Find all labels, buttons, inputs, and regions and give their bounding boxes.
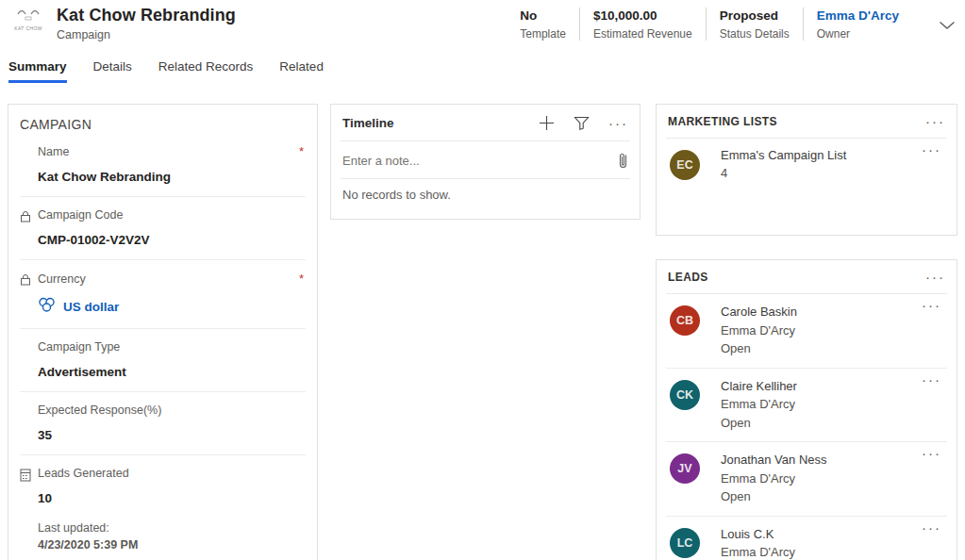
stat-template: No Template	[507, 8, 579, 41]
campaign-section-title: CAMPAIGN	[20, 117, 306, 132]
field-currency-value: US dollar	[63, 300, 119, 314]
field-campaign-code-label: Campaign Code	[38, 208, 123, 222]
stat-status-details-value: Proposed	[720, 8, 790, 23]
chevron-down-icon[interactable]	[939, 19, 956, 33]
owner-link[interactable]: Emma D'Arcy	[817, 8, 899, 23]
lead-owner: Emma D'Arcy	[721, 321, 797, 340]
lead-owner: Emma D'Arcy	[721, 469, 827, 488]
field-name-value[interactable]: Kat Chow Rebranding	[38, 170, 304, 184]
marketing-list-name[interactable]: Emma's Campaign List	[721, 147, 846, 165]
lead-item-more-icon[interactable]: ···	[922, 450, 941, 457]
field-leads-generated: Leads Generated 10 Last updated: 4/23/20…	[20, 455, 306, 560]
timeline-title: Timeline	[342, 116, 394, 130]
lead-item-more-icon[interactable]: ···	[922, 524, 941, 532]
add-timeline-record-icon[interactable]	[539, 115, 555, 131]
field-currency: Currency * US dollar	[20, 260, 306, 329]
lead-name[interactable]: Carole Baskin	[721, 303, 797, 321]
lead-item[interactable]: CK Claire Kelliher Emma D'Arcy Open ···	[666, 369, 947, 443]
field-leads-generated-label: Leads Generated	[38, 467, 129, 480]
lead-item-more-icon[interactable]: ···	[922, 302, 941, 309]
timeline-header: Timeline ···	[331, 105, 640, 140]
field-campaign-type-label: Campaign Type	[38, 340, 120, 354]
page-title: Kat Chow Rebranding	[57, 6, 236, 25]
field-currency-label: Currency	[38, 272, 86, 286]
avatar: CB	[670, 305, 700, 336]
currency-coins-icon	[38, 297, 56, 316]
timeline-card: Timeline ··· Enter a note... No records …	[330, 104, 641, 220]
kat-chow-logo-image	[14, 7, 42, 22]
required-marker: *	[299, 144, 304, 158]
note-input[interactable]: Enter a note...	[342, 154, 618, 168]
calculator-icon	[20, 469, 31, 485]
avatar: CK	[670, 380, 700, 410]
lead-item[interactable]: JV Jonathan Van Ness Emma D'Arcy Open ··…	[666, 442, 947, 517]
marketing-lists-more-icon[interactable]: ···	[925, 118, 945, 125]
lead-item-more-icon[interactable]: ···	[922, 376, 941, 384]
stat-status-details: Proposed Status Details	[706, 8, 803, 41]
last-updated-block: Last updated: 4/23/2020 5:39 PM	[38, 519, 304, 553]
title-block: Kat Chow Rebranding Campaign	[57, 6, 236, 41]
marketing-lists-header: MARKETING LISTS ···	[657, 105, 957, 138]
marketing-list-item-more-icon[interactable]: ···	[922, 146, 941, 154]
attachment-paperclip-icon[interactable]	[618, 151, 628, 170]
leads-card: LEADS ··· CB Carole Baskin Emma D'Arcy O…	[656, 259, 957, 560]
lead-name[interactable]: Claire Kelliher	[721, 377, 797, 396]
tab-summary[interactable]: Summary	[8, 59, 67, 83]
page-subtitle: Campaign	[57, 28, 236, 41]
marketing-lists-card: MARKETING LISTS ··· EC Emma's Campaign L…	[656, 104, 957, 236]
lock-icon	[20, 210, 31, 225]
record-tabs: Summary Details Related Records Related	[8, 59, 324, 83]
lead-item[interactable]: LC Louis C.K Emma D'Arcy Open ···	[666, 517, 947, 560]
stat-estimated-revenue-value: $10,000.00	[593, 8, 692, 23]
lead-status: Open	[721, 487, 827, 506]
timeline-empty-state: No records to show.	[331, 179, 640, 210]
field-expected-response-value[interactable]: 35	[38, 428, 304, 442]
logo-caption: KAT CHOW	[9, 25, 47, 31]
lead-status: Open	[721, 339, 797, 358]
lead-item[interactable]: CB Carole Baskin Emma D'Arcy Open ···	[666, 294, 947, 369]
field-campaign-code: Campaign Code CMP-01002-V2V2V	[20, 197, 306, 260]
field-expected-response: Expected Response(%) 35	[20, 392, 306, 455]
avatar: LC	[670, 528, 700, 558]
stat-estimated-revenue: $10,000.00 Estimated Revenue	[579, 8, 706, 41]
marketing-list-item[interactable]: EC Emma's Campaign List 4 ···	[666, 139, 947, 192]
field-campaign-type: Campaign Type Advertisement	[20, 329, 306, 392]
lead-owner: Emma D'Arcy	[721, 395, 797, 414]
field-campaign-code-value: CMP-01002-V2V2V	[38, 233, 304, 247]
field-name-label: Name	[38, 145, 69, 158]
timeline-more-icon[interactable]: ···	[608, 120, 628, 127]
field-campaign-type-value[interactable]: Advertisement	[38, 365, 304, 379]
lead-owner: Emma D'Arcy	[721, 543, 795, 560]
tab-details[interactable]: Details	[93, 59, 132, 83]
record-logo: KAT CHOW	[9, 7, 47, 44]
last-updated-label: Last updated:	[38, 519, 304, 536]
avatar: JV	[670, 453, 700, 484]
lead-status: Open	[721, 414, 797, 433]
stat-estimated-revenue-label: Estimated Revenue	[593, 27, 692, 41]
leads-more-icon[interactable]: ···	[925, 273, 945, 281]
stat-owner: Emma D'Arcy Owner	[803, 8, 912, 41]
tab-related-records[interactable]: Related Records	[158, 59, 254, 83]
header-stats: No Template $10,000.00 Estimated Revenue…	[507, 8, 912, 41]
stat-status-details-label: Status Details	[720, 27, 790, 41]
lock-icon	[20, 273, 31, 288]
last-updated-value: 4/23/2020 5:39 PM	[38, 536, 304, 553]
field-name: Name * Kat Chow Rebranding	[20, 133, 306, 197]
field-expected-response-label: Expected Response(%)	[38, 404, 161, 417]
stat-template-value: No	[520, 8, 566, 23]
note-input-row: Enter a note...	[331, 141, 640, 178]
leads-title: LEADS	[668, 271, 708, 284]
currency-lookup-link[interactable]: US dollar	[38, 297, 304, 316]
avatar: EC	[670, 150, 700, 180]
filter-icon[interactable]	[574, 116, 590, 130]
tab-related[interactable]: Related	[279, 59, 324, 83]
campaign-record-page: KAT CHOW Kat Chow Rebranding Campaign No…	[0, 0, 965, 560]
stat-template-label: Template	[520, 27, 566, 41]
required-marker: *	[299, 272, 304, 286]
campaign-section-card: CAMPAIGN Name * Kat Chow Rebranding Camp…	[8, 104, 318, 560]
lead-name[interactable]: Jonathan Van Ness	[721, 451, 827, 469]
leads-header: LEADS ···	[657, 260, 957, 293]
lead-name[interactable]: Louis C.K	[721, 525, 795, 544]
stat-owner-label: Owner	[817, 27, 899, 41]
marketing-lists-title: MARKETING LISTS	[668, 115, 777, 128]
